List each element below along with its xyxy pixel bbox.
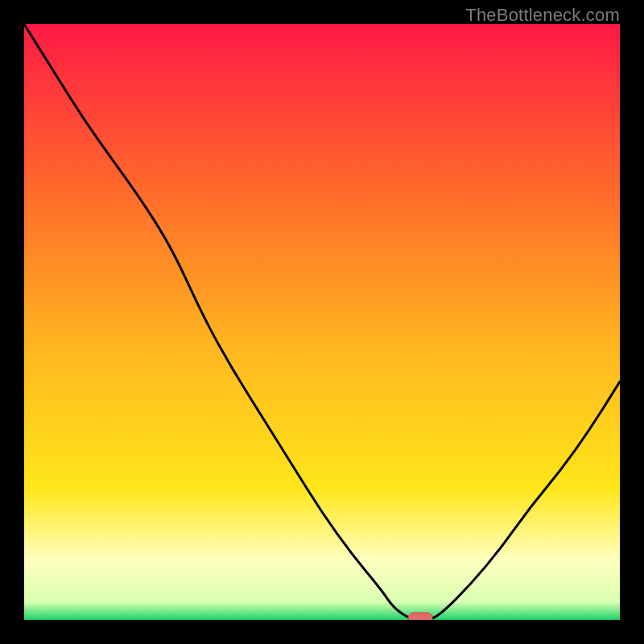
chart-frame [24, 24, 620, 620]
optimal-marker [408, 613, 432, 620]
heatmap-background [24, 24, 620, 620]
bottleneck-chart [24, 24, 620, 620]
watermark-text: TheBottleneck.com [465, 5, 620, 26]
